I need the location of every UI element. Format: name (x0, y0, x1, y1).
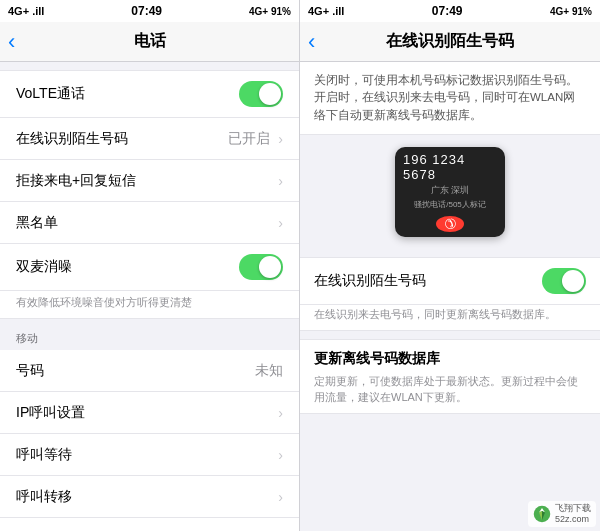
reject-callback-label: 拒接来电+回复短信 (16, 172, 136, 190)
watermark-site: 52z.com (555, 514, 591, 525)
left-settings-list: VoLTE通话 在线识别陌生号码 已开启 › 拒接来电+回复短信 › 黑名单 (0, 62, 299, 531)
online-feature-label: 在线识别陌生号码 (314, 272, 426, 290)
online-id-chevron-icon: › (278, 131, 283, 147)
phone-number-label: 号码 (16, 362, 44, 380)
phone-icon: ✆ (440, 214, 460, 234)
volte-toggle-knob (259, 83, 281, 105)
offline-update-desc: 定期更新，可使数据库处于最新状态。更新过程中会使用流量，建议在WLAN下更新。 (300, 372, 600, 414)
right-nav-bar: ‹ 在线识别陌生号码 (300, 22, 600, 62)
mockup-call-label: 骚扰电话/505人标记 (414, 199, 486, 210)
online-id-label: 在线识别陌生号码 (16, 130, 128, 148)
mockup-location: 广东 深圳 (431, 184, 470, 197)
right-status-bar: 4G+ .ill 07:49 4G+ 91% (300, 0, 600, 22)
volte-label: VoLTE通话 (16, 85, 85, 103)
mockup-number: 196 1234 5678 (403, 152, 497, 182)
offline-update-section: 更新离线号码数据库 定期更新，可使数据库处于最新状态。更新过程中会使用流量，建议… (300, 339, 600, 414)
right-panel: 4G+ .ill 07:49 4G+ 91% ‹ 在线识别陌生号码 关闭时，可使… (300, 0, 600, 531)
dual-mic-label: 双麦消噪 (16, 258, 72, 276)
call-forward-label: 呼叫转移 (16, 488, 72, 506)
volte-cell[interactable]: VoLTE通话 (0, 70, 299, 118)
left-battery: 4G+ 91% (249, 6, 291, 17)
online-feature-desc: 在线识别来去电号码，同时更新离线号码数据库。 (300, 305, 600, 331)
watermark-text: 飞翔下载 52z.com (555, 503, 591, 525)
battery-text-left: 4G+ 91% (249, 6, 291, 17)
offline-update-title: 更新离线号码数据库 (300, 339, 600, 372)
blacklist-cell[interactable]: 黑名单 › (0, 202, 299, 244)
watermark: 飞翔下载 52z.com (528, 501, 596, 527)
call-restrict-cell[interactable]: 呼叫限制 › (0, 518, 299, 531)
right-signal: 4G+ .ill (308, 5, 344, 17)
blacklist-chevron-icon: › (278, 215, 283, 231)
watermark-inner: 飞翔下载 52z.com (528, 501, 596, 527)
call-forward-cell[interactable]: 呼叫转移 › (0, 476, 299, 518)
left-nav-title: 电话 (134, 31, 166, 52)
online-feature-toggle[interactable] (542, 268, 586, 294)
dual-mic-cell[interactable]: 双麦消噪 (0, 244, 299, 291)
ip-call-chevron-icon: › (278, 405, 283, 421)
right-back-button[interactable]: ‹ (308, 29, 315, 55)
left-time: 07:49 (131, 4, 162, 18)
mobile-section: 移动 号码 未知 IP呼叫设置 › 呼叫等待 › 呼叫转移 › (0, 327, 299, 531)
end-call-button[interactable]: ✆ (436, 216, 464, 232)
volte-toggle[interactable] (239, 81, 283, 107)
dual-mic-toggle[interactable] (239, 254, 283, 280)
call-wait-cell[interactable]: 呼叫等待 › (0, 434, 299, 476)
signal-text-right: 4G+ .ill (308, 5, 344, 17)
left-back-button[interactable]: ‹ (8, 29, 15, 55)
online-feature-cell[interactable]: 在线识别陌生号码 (300, 257, 600, 305)
left-panel: 4G+ .ill 07:49 4G+ 91% ‹ 电话 VoLTE通话 在线识别… (0, 0, 300, 531)
online-feature-toggle-knob (562, 270, 584, 292)
call-wait-label: 呼叫等待 (16, 446, 72, 464)
online-id-value: 已开启 (228, 130, 270, 148)
watermark-brand: 飞翔下载 (555, 503, 591, 514)
ip-call-cell[interactable]: IP呼叫设置 › (0, 392, 299, 434)
call-wait-chevron-icon: › (278, 447, 283, 463)
ip-call-label: IP呼叫设置 (16, 404, 85, 422)
left-status-bar: 4G+ .ill 07:49 4G+ 91% (0, 0, 299, 22)
dual-mic-toggle-knob (259, 256, 281, 278)
dual-mic-subtext: 有效降低环境噪音使对方听得更清楚 (0, 291, 299, 319)
online-id-cell[interactable]: 在线识别陌生号码 已开启 › (0, 118, 299, 160)
online-feature-section: 在线识别陌生号码 在线识别来去电号码，同时更新离线号码数据库。 (300, 257, 600, 331)
reject-callback-chevron-icon: › (278, 173, 283, 189)
left-signal: 4G+ .ill (8, 5, 44, 17)
right-description: 关闭时，可使用本机号码标记数据识别陌生号码。开启时，在线识别来去电号码，同时可在… (300, 62, 600, 135)
battery-text-right: 4G+ 91% (550, 6, 592, 17)
mobile-section-header: 移动 (0, 327, 299, 350)
blacklist-label: 黑名单 (16, 214, 58, 232)
right-time: 07:49 (432, 4, 463, 18)
online-id-right: 已开启 › (228, 130, 283, 148)
left-nav-bar: ‹ 电话 (0, 22, 299, 62)
phone-preview: 196 1234 5678 广东 深圳 骚扰电话/505人标记 ✆ (300, 135, 600, 249)
phone-number-value: 未知 (255, 362, 283, 380)
right-content: 关闭时，可使用本机号码标记数据识别陌生号码。开启时，在线识别来去电号码，同时可在… (300, 62, 600, 531)
main-section: VoLTE通话 在线识别陌生号码 已开启 › 拒接来电+回复短信 › 黑名单 (0, 70, 299, 319)
phone-number-cell[interactable]: 号码 未知 (0, 350, 299, 392)
phone-mockup: 196 1234 5678 广东 深圳 骚扰电话/505人标记 ✆ (395, 147, 505, 237)
right-battery: 4G+ 91% (550, 6, 592, 17)
right-nav-title: 在线识别陌生号码 (386, 31, 514, 52)
signal-text-left: 4G+ .ill (8, 5, 44, 17)
watermark-logo-icon (533, 505, 551, 523)
reject-callback-cell[interactable]: 拒接来电+回复短信 › (0, 160, 299, 202)
call-forward-chevron-icon: › (278, 489, 283, 505)
